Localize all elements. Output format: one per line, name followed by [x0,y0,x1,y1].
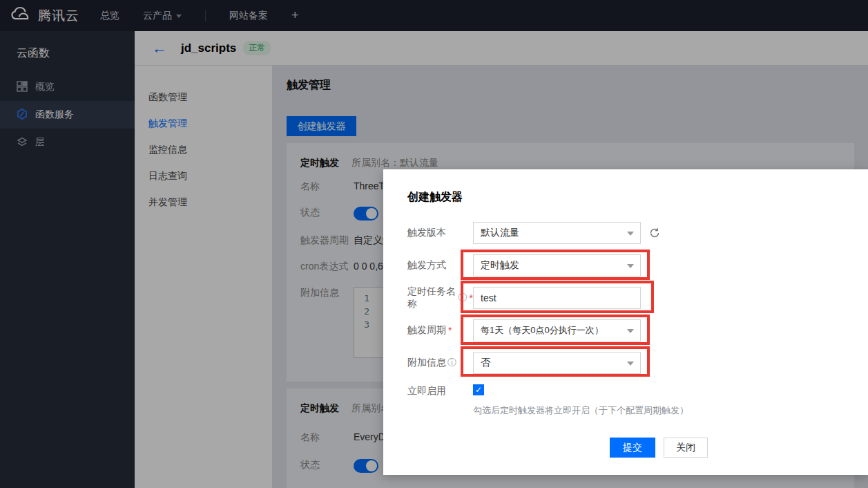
create-trigger-modal: 创建触发器 触发版本 默认流量 触发方式 定时触发 [383,169,868,475]
chevron-down-icon [627,329,634,333]
field-label: 触发周期* [407,324,473,337]
attach-info-select[interactable]: 否 [473,352,641,374]
trigger-cycle-select[interactable]: 每1天（每天0点0分执行一次） [473,319,641,341]
modal-title: 创建触发器 [407,190,868,205]
chevron-down-icon [627,232,634,236]
refresh-icon[interactable] [649,227,660,238]
submit-button[interactable]: 提交 [610,438,655,458]
tencent-cloud-console: 腾讯云 总览 云产品 网站备案 + 云函数 概览 函数服务 [0,0,868,488]
field-label: 立即启用 [407,384,473,397]
required-asterisk: * [448,325,452,336]
field-label: 附加信息ⓘ [407,357,473,369]
select-value: 默认流量 [481,227,519,239]
task-name-input[interactable] [474,288,640,308]
info-icon[interactable]: ⓘ [447,357,456,369]
chevron-down-icon [627,362,634,366]
select-value: 否 [481,357,490,369]
trigger-version-select[interactable]: 默认流量 [473,222,641,244]
field-label: 定时任务名称ⓘ* [407,285,473,310]
select-value: 定时触发 [481,259,519,272]
info-icon[interactable]: ⓘ [459,292,467,304]
field-label: 触发方式 [407,259,473,272]
task-name-input-wrap [473,287,641,309]
field-label: 触发版本 [407,227,473,239]
close-button[interactable]: 关闭 [664,438,708,458]
chevron-down-icon [627,264,634,268]
trigger-method-select[interactable]: 定时触发 [473,254,641,276]
select-value: 每1天（每天0点0分执行一次） [481,324,604,337]
enable-help-text: 勾选后定时触发器将立即开启（于下个配置周期触发） [473,404,868,417]
enable-now-checkbox[interactable]: ✓ [473,384,484,395]
